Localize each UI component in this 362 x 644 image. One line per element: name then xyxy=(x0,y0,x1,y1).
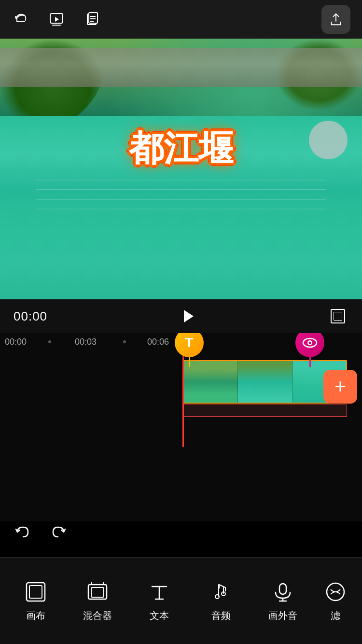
video-overlay-title: 都江堰 xyxy=(129,126,233,172)
voiceover-label: 画外音 xyxy=(268,609,297,622)
text-marker-pin xyxy=(189,357,190,367)
circle-overlay-button[interactable] xyxy=(309,121,348,159)
play-button[interactable] xyxy=(177,306,198,327)
svg-rect-10 xyxy=(29,586,42,598)
video-background: 都江堰 xyxy=(0,39,362,299)
add-clip-button[interactable]: + xyxy=(323,370,357,404)
text-icon xyxy=(147,579,172,604)
playback-bar: 00:00 xyxy=(0,299,362,333)
clip-thumb-2 xyxy=(238,361,292,403)
undo-button[interactable] xyxy=(12,521,33,543)
ruler-dot-1 xyxy=(48,340,51,343)
canvas-label: 画布 xyxy=(26,609,45,622)
timeline-left-area xyxy=(0,350,182,437)
clip-thumb-1 xyxy=(184,361,238,403)
svg-point-8 xyxy=(309,342,311,344)
play-preview-icon[interactable] xyxy=(47,10,66,28)
back-icon[interactable] xyxy=(12,10,30,28)
svg-rect-12 xyxy=(91,588,104,597)
effect-marker-pin xyxy=(309,357,311,367)
timeline-area: 00:00 00:03 00:06 T + xyxy=(0,333,362,521)
mixer-label: 混合器 xyxy=(83,609,112,622)
text-track[interactable] xyxy=(183,405,347,417)
svg-line-20 xyxy=(219,585,225,588)
top-toolbar xyxy=(0,0,362,39)
text-marker[interactable]: T xyxy=(175,333,204,367)
audio-label: 音频 xyxy=(211,609,231,622)
time-marker-3: 00:03 xyxy=(75,337,97,347)
video-preview: 都江堰 xyxy=(0,39,362,299)
effect-marker-icon xyxy=(295,333,324,357)
ruler-dot-2 xyxy=(123,340,126,343)
tool-canvas[interactable]: 画布 xyxy=(14,579,57,622)
toolbar-left-icons xyxy=(12,10,101,28)
canvas-icon xyxy=(23,579,48,604)
mixer-icon xyxy=(85,579,110,604)
layers-icon[interactable] xyxy=(83,10,101,28)
svg-point-18 xyxy=(215,595,219,599)
export-button[interactable] xyxy=(321,5,350,34)
time-marker-0: 00:00 xyxy=(5,337,27,347)
filter-label: 滤 xyxy=(331,609,340,622)
text-marker-icon: T xyxy=(175,333,204,357)
fullscreen-icon xyxy=(331,309,345,323)
play-icon xyxy=(184,310,194,322)
tool-mixer[interactable]: 混合器 xyxy=(76,579,119,622)
redo-button[interactable] xyxy=(48,521,70,543)
time-display: 00:00 xyxy=(14,309,47,324)
text-label: 文本 xyxy=(150,609,169,622)
effect-marker[interactable] xyxy=(295,333,324,367)
tool-filter[interactable]: 滤 xyxy=(323,579,348,622)
stone-wall xyxy=(0,48,362,87)
undo-redo-bar xyxy=(12,521,70,543)
bottom-toolbar: 画布 混合器 文本 xyxy=(0,557,362,644)
tool-text[interactable]: 文本 xyxy=(138,579,181,622)
tool-audio[interactable]: 音频 xyxy=(199,579,243,622)
fullscreen-button[interactable] xyxy=(327,306,348,327)
time-marker-6: 00:06 xyxy=(147,337,169,347)
filter-icon xyxy=(323,579,348,604)
audio-icon xyxy=(209,579,234,604)
tool-voiceover[interactable]: 画外音 xyxy=(261,579,305,622)
svg-rect-23 xyxy=(279,584,286,594)
voiceover-icon xyxy=(270,579,295,604)
